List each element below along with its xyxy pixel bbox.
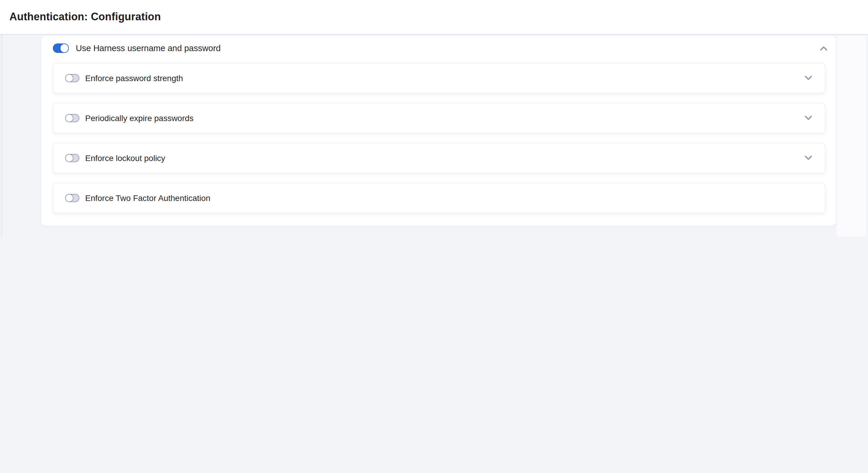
chevron-down-icon[interactable] [804,155,812,161]
authentication-configuration-page: Authentication: Configuration Use Harnes… [0,0,868,236]
chevron-down-icon[interactable] [804,115,812,121]
setting-row-label: Enforce password strength [85,73,183,83]
chevron-up-icon[interactable] [819,45,828,51]
left-edge-divider [0,35,2,236]
card-username-password: Use Harness username and password Enforc… [41,36,836,225]
setting-row-enforce-lockout-policy[interactable]: Enforce lockout policy [53,143,826,173]
toggle-knob [65,194,73,202]
toggle-knob [65,114,73,122]
setting-row-label: Enforce Two Factor Authentication [85,193,210,202]
card-username-password-header: Use Harness username and password [53,36,828,61]
setting-row-label: Periodically expire passwords [85,113,193,123]
card-username-password-label: Use Harness username and password [76,43,221,53]
toggle-knob [65,74,73,82]
toggle-use-harness-username-password[interactable] [53,44,69,53]
toggle-knob [65,154,73,162]
toggle-enforce-two-factor-authentication[interactable] [65,194,79,202]
toggle-knob [60,44,69,53]
setting-row-label: Enforce lockout policy [85,153,165,162]
toggle-enforce-lockout-policy[interactable] [65,154,79,162]
setting-row-periodically-expire-passwords[interactable]: Periodically expire passwords [53,102,826,133]
toggle-periodically-expire-passwords[interactable] [65,114,79,122]
page-title: Authentication: Configuration [9,11,161,23]
chevron-down-icon[interactable] [804,75,812,81]
setting-row-enforce-password-strength[interactable]: Enforce password strength [53,63,826,93]
toggle-enforce-password-strength[interactable] [65,74,79,82]
setting-row-enforce-two-factor-authentication[interactable]: Enforce Two Factor Authentication [53,183,826,213]
right-background-strip [837,36,866,236]
page-header: Authentication: Configuration [0,0,868,35]
